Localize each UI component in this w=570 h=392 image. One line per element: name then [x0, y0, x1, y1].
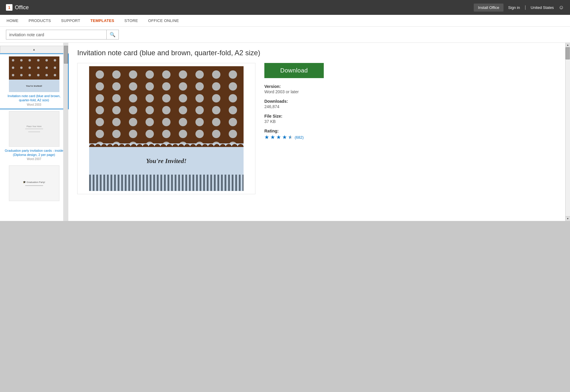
card-dot	[129, 94, 137, 102]
install-office-button[interactable]: Install Office	[474, 4, 503, 12]
card-dot	[179, 70, 187, 79]
dot	[37, 59, 40, 61]
dot	[29, 59, 31, 61]
download-button[interactable]: Download	[264, 63, 324, 78]
sidebar-item-3[interactable]: 🎓 Graduation Party!	[0, 163, 68, 205]
version-row: Version: Word 2003 or later	[264, 84, 324, 94]
sidebar-item-2-version: Word 2007	[3, 157, 65, 161]
card-dot	[146, 82, 154, 91]
downloads-label: Downloads:	[264, 99, 324, 104]
card-dot	[112, 70, 121, 79]
card-dot	[146, 70, 154, 79]
thumb-1-bg: You're Invited!	[9, 56, 59, 92]
card-dot	[146, 118, 154, 126]
dot	[29, 74, 31, 76]
preview-container: You're Invited!	[77, 63, 255, 194]
dot	[54, 59, 56, 61]
dot	[20, 59, 23, 61]
search-button[interactable]: 🔍	[106, 30, 119, 39]
card-dot	[212, 106, 220, 114]
dot	[12, 74, 14, 76]
card-dot	[162, 106, 170, 114]
downloads-value: 246,874	[264, 104, 324, 109]
nav-products[interactable]: PRODUCTS	[28, 18, 51, 23]
card-bottom	[89, 175, 244, 191]
top-bar-right: Install Office Sign in | United States ☺	[474, 4, 564, 12]
card-dot	[96, 70, 104, 79]
topbar-divider: |	[525, 5, 526, 10]
dot	[20, 67, 23, 69]
right-scrollbar: ▲ ▼	[565, 43, 570, 221]
right-scrollbar-track[interactable]	[566, 48, 570, 216]
smiley-icon[interactable]: ☺	[559, 4, 564, 11]
right-scrollbar-thumb[interactable]	[566, 48, 570, 59]
card-dot	[162, 82, 170, 91]
search-input[interactable]	[6, 31, 106, 39]
card-dot	[129, 130, 137, 138]
thumb-3-text: 🎓 Graduation Party!	[23, 181, 45, 184]
card-dot	[212, 94, 220, 102]
dot	[45, 67, 48, 69]
star-4: ★	[282, 134, 287, 140]
scrollbar-track[interactable]	[64, 43, 68, 221]
card-dot	[179, 130, 187, 138]
scroll-down-btn[interactable]: ▼	[566, 216, 570, 221]
thumb-1-bottom-text: You're Invited!	[9, 80, 59, 92]
top-bar-left: 1 Office	[6, 4, 29, 11]
topbar-country: United States	[531, 5, 554, 10]
dot	[29, 67, 31, 69]
sidebar-item-2[interactable]: Place Your Here Graduation party invitat…	[0, 109, 68, 163]
downloads-row: Downloads: 246,874	[264, 99, 324, 109]
dot	[20, 74, 23, 76]
card-dot	[195, 82, 204, 91]
top-bar: 1 Office Install Office Sign in | United…	[0, 0, 570, 15]
card-dot	[146, 106, 154, 114]
scrollbar-thumb[interactable]	[64, 46, 68, 64]
card-dot	[229, 70, 237, 79]
nav-home[interactable]: HOME	[6, 18, 19, 23]
topbar-sign-in[interactable]: Sign in	[508, 5, 520, 10]
sidebar-item-1[interactable]: You're Invited! Invitation note card (bl…	[0, 54, 68, 109]
nav-support[interactable]: SUPPORT	[61, 18, 81, 23]
sidebar-scrollbar	[63, 43, 68, 221]
card-dot	[96, 94, 104, 102]
sidebar-thumb-3: 🎓 Graduation Party!	[9, 165, 59, 201]
card-dot-grid	[89, 66, 244, 143]
card-dot	[179, 94, 187, 102]
sidebar: ▲	[0, 43, 68, 221]
dot	[45, 59, 48, 61]
card-dot	[129, 118, 137, 126]
card-dot	[212, 130, 220, 138]
sidebar-item-1-version: Word 2003	[3, 103, 65, 106]
rating-label: Rating:	[264, 129, 324, 133]
dot	[37, 67, 40, 69]
card-dot	[195, 70, 204, 79]
scroll-up-btn[interactable]: ▲	[566, 43, 570, 48]
card-dot	[96, 118, 104, 126]
card-scallop	[89, 143, 244, 147]
thumb-2-text: Place Your Here	[26, 125, 42, 127]
card-dot	[129, 70, 137, 79]
main-content: ▲	[0, 43, 570, 221]
card-dot	[112, 118, 121, 126]
card-dot	[162, 94, 170, 102]
nav-templates[interactable]: TEMPLATES	[90, 18, 115, 23]
nav-store[interactable]: STORE	[124, 18, 139, 23]
thumb-2-inner: Place Your Here	[9, 111, 59, 147]
preview-text: You're Invited!	[146, 157, 187, 165]
detail-body: You're Invited! Download Version: Word 2…	[77, 63, 556, 194]
nav-office-online[interactable]: OFFICE ONLINE	[148, 18, 180, 23]
card-dot	[96, 82, 104, 91]
card-dot	[195, 118, 204, 126]
card-dot	[212, 82, 220, 91]
rating-row: Rating: ★ ★ ★ ★ ★★ (682)	[264, 129, 324, 140]
detail-area: Invitation note card (blue and brown, qu…	[68, 43, 565, 221]
card-dot	[162, 118, 170, 126]
office-logo-icon: 1	[6, 4, 12, 11]
card-dot	[179, 106, 187, 114]
thumb-3-inner: 🎓 Graduation Party!	[9, 165, 59, 201]
sidebar-scroll-up[interactable]: ▲	[0, 46, 68, 53]
sidebar-thumb-2: Place Your Here	[9, 111, 59, 147]
card-dot	[112, 94, 121, 102]
card-dot	[212, 70, 220, 79]
